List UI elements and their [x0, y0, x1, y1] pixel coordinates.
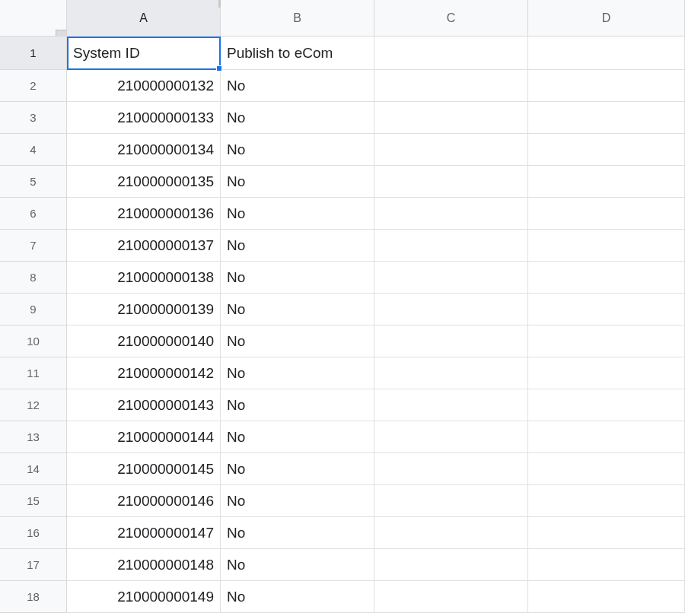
cell[interactable]: 210000000137: [67, 230, 221, 262]
row-header[interactable]: 10: [0, 325, 67, 357]
cell[interactable]: [374, 325, 528, 357]
column-header-B[interactable]: B: [221, 0, 374, 37]
cell[interactable]: [528, 70, 685, 102]
cell[interactable]: [528, 485, 685, 517]
cell[interactable]: [374, 517, 528, 549]
cell[interactable]: [374, 134, 528, 166]
cell[interactable]: 210000000148: [67, 549, 221, 581]
cell[interactable]: [528, 357, 685, 389]
column-header-D[interactable]: D: [528, 0, 685, 37]
cell[interactable]: No: [221, 102, 374, 134]
cell[interactable]: 210000000139: [67, 294, 221, 325]
cell[interactable]: [528, 198, 685, 230]
cell[interactable]: [374, 198, 528, 230]
cell[interactable]: No: [221, 517, 374, 549]
cell[interactable]: [374, 230, 528, 262]
cell[interactable]: 210000000135: [67, 166, 221, 198]
row-header[interactable]: 17: [0, 549, 67, 581]
row-header[interactable]: 1: [0, 37, 67, 70]
cell[interactable]: [528, 453, 685, 485]
cell[interactable]: No: [221, 198, 374, 230]
cell[interactable]: 210000000133: [67, 102, 221, 134]
row-header[interactable]: 3: [0, 102, 67, 134]
cell[interactable]: No: [221, 549, 374, 581]
cell[interactable]: [528, 421, 685, 453]
cell[interactable]: No: [221, 294, 374, 325]
cell[interactable]: No: [221, 485, 374, 517]
cell[interactable]: No: [221, 262, 374, 294]
cell[interactable]: No: [221, 325, 374, 357]
column-header-A[interactable]: A: [67, 0, 221, 37]
row-header[interactable]: 4: [0, 134, 67, 166]
cell[interactable]: [374, 294, 528, 325]
cell[interactable]: [374, 581, 528, 613]
cell[interactable]: 210000000140: [67, 325, 221, 357]
cell[interactable]: [528, 294, 685, 325]
cell[interactable]: 210000000138: [67, 262, 221, 294]
grid-row: 11210000000142No: [0, 357, 685, 389]
cell[interactable]: [528, 517, 685, 549]
cell[interactable]: No: [221, 581, 374, 613]
cell[interactable]: No: [221, 166, 374, 198]
cell[interactable]: No: [221, 421, 374, 453]
cell[interactable]: System ID: [67, 37, 221, 70]
cell[interactable]: [374, 389, 528, 421]
row-header[interactable]: 18: [0, 581, 67, 613]
row-header[interactable]: 15: [0, 485, 67, 517]
cell[interactable]: [374, 453, 528, 485]
cell[interactable]: [528, 325, 685, 357]
cell[interactable]: [374, 166, 528, 198]
cell[interactable]: 210000000142: [67, 357, 221, 389]
cell[interactable]: [374, 485, 528, 517]
cell[interactable]: No: [221, 453, 374, 485]
cell[interactable]: [528, 37, 685, 70]
cell[interactable]: No: [221, 230, 374, 262]
cell[interactable]: No: [221, 134, 374, 166]
select-all-corner[interactable]: [0, 0, 67, 37]
cell[interactable]: [374, 549, 528, 581]
cell[interactable]: [528, 166, 685, 198]
row-header[interactable]: 5: [0, 166, 67, 198]
row-header[interactable]: 8: [0, 262, 67, 294]
cell[interactable]: 210000000136: [67, 198, 221, 230]
cell[interactable]: No: [221, 357, 374, 389]
column-resize-handle[interactable]: [218, 0, 221, 8]
cell[interactable]: [528, 389, 685, 421]
cell[interactable]: 210000000147: [67, 517, 221, 549]
cell[interactable]: [528, 549, 685, 581]
cell[interactable]: 210000000145: [67, 453, 221, 485]
row-header[interactable]: 7: [0, 230, 67, 262]
cell[interactable]: [374, 102, 528, 134]
cell[interactable]: 210000000132: [67, 70, 221, 102]
cell[interactable]: [374, 37, 528, 70]
column-label: A: [139, 11, 148, 25]
cell[interactable]: 210000000134: [67, 134, 221, 166]
cell[interactable]: No: [221, 70, 374, 102]
grid-row: 16210000000147No: [0, 517, 685, 549]
cell[interactable]: Publish to eCom: [221, 37, 374, 70]
cell[interactable]: [528, 262, 685, 294]
cell[interactable]: 210000000146: [67, 485, 221, 517]
cell[interactable]: [528, 134, 685, 166]
cell[interactable]: [374, 357, 528, 389]
grid-row: 17210000000148No: [0, 549, 685, 581]
cell[interactable]: [528, 581, 685, 613]
column-header-C[interactable]: C: [374, 0, 528, 37]
cell[interactable]: [374, 421, 528, 453]
row-header[interactable]: 12: [0, 389, 67, 421]
cell[interactable]: No: [221, 389, 374, 421]
row-header[interactable]: 2: [0, 70, 67, 102]
cell[interactable]: 210000000149: [67, 581, 221, 613]
cell[interactable]: [528, 102, 685, 134]
row-header[interactable]: 6: [0, 198, 67, 230]
cell[interactable]: [528, 230, 685, 262]
row-header[interactable]: 11: [0, 357, 67, 389]
cell[interactable]: [374, 70, 528, 102]
row-header[interactable]: 9: [0, 294, 67, 325]
cell[interactable]: 210000000143: [67, 389, 221, 421]
cell[interactable]: 210000000144: [67, 421, 221, 453]
cell[interactable]: [374, 262, 528, 294]
row-header[interactable]: 14: [0, 453, 67, 485]
row-header[interactable]: 16: [0, 517, 67, 549]
row-header[interactable]: 13: [0, 421, 67, 453]
